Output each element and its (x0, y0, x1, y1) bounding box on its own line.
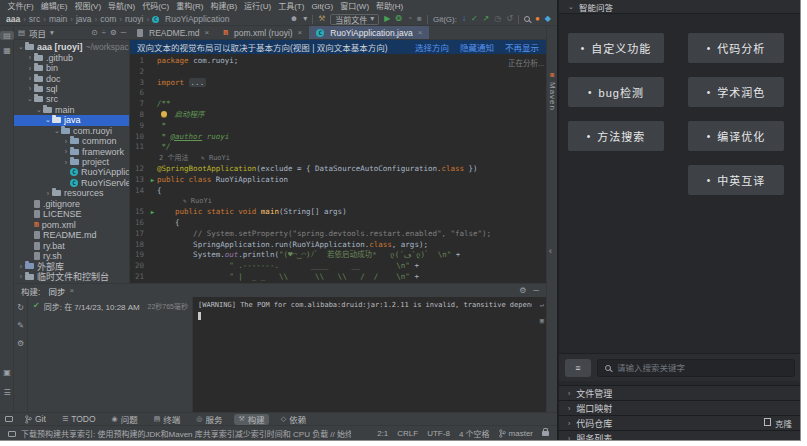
clone-button[interactable]: 克隆 (766, 417, 792, 429)
tree-row[interactable]: ›sql (14, 84, 129, 94)
user-icon[interactable]: ☻ (290, 13, 298, 25)
chevron-down-icon[interactable]: ▾ (303, 13, 307, 25)
tree-row[interactable]: CRuoYiApplication (14, 167, 129, 177)
menu-item[interactable]: 视图(V) (71, 0, 105, 13)
banner-action-dont-show[interactable]: 不再显示 (505, 41, 539, 53)
menu-item[interactable]: 编辑(E) (37, 0, 71, 13)
build-console[interactable]: [WARNING] The POM for com.alibaba:druid:… (192, 297, 546, 412)
menu-item[interactable]: 重构(R) (173, 0, 207, 13)
tree-row[interactable]: ⌄main (14, 105, 129, 115)
editor-tab[interactable]: mpom.xml (ruoyi)× (216, 26, 309, 39)
tree-chevron[interactable]: › (17, 263, 25, 270)
build-tab-sync[interactable]: 同步 × (48, 285, 74, 297)
tree-chevron[interactable]: ⌄ (26, 95, 34, 103)
tree-row[interactable]: mpom.xml (14, 219, 129, 229)
search-box[interactable] (597, 359, 795, 377)
git-rollback-button[interactable]: ↺ (506, 13, 513, 25)
build-project-button[interactable]: ⚒ (318, 13, 325, 25)
close-icon[interactable]: × (298, 28, 303, 37)
breadcrumb-item[interactable]: aaa (6, 14, 20, 24)
tool-window-button-依赖[interactable]: ◇依赖 (277, 414, 310, 425)
banner-action-choose-direction[interactable]: 选择方向 (415, 41, 449, 53)
tree-chevron[interactable]: › (62, 138, 70, 145)
banner-action-hide-notification[interactable]: 隐藏通知 (460, 41, 494, 53)
tree-row[interactable]: LICENSE (14, 209, 129, 219)
editor-tab[interactable]: README.md× (130, 26, 216, 39)
assistant-button[interactable]: •自定义功能 (568, 33, 664, 63)
editor-tab[interactable]: CRuoYiApplication.java× (309, 26, 429, 39)
minimize-icon[interactable]: ─ (533, 286, 539, 295)
tree-row[interactable]: ›common (14, 136, 129, 146)
tree-row[interactable]: ›外部库 (14, 261, 129, 271)
stop-button[interactable]: ■ (417, 13, 422, 25)
tool-window-button-终端[interactable]: ▤终端 (150, 414, 185, 425)
tree-row[interactable]: ⌄com.ruoyi (14, 126, 129, 136)
git-update-button[interactable]: ↓ (462, 13, 466, 25)
file-encoding[interactable]: UTF-8 (427, 429, 450, 438)
tree-row[interactable]: CRuoYiServletInitializer (14, 178, 129, 188)
caret-position[interactable]: 2:1 (377, 429, 388, 438)
section-row[interactable]: ›代码仓库克隆 (559, 415, 801, 430)
section-row[interactable]: ›服务列表 (559, 430, 801, 441)
assistant-button[interactable]: •bug检测 (568, 77, 664, 107)
assistant-button[interactable]: •学术润色 (688, 77, 784, 107)
assistant-button[interactable]: •代码分析 (688, 33, 784, 63)
tree-chevron[interactable]: › (26, 75, 34, 82)
collapse-all-icon[interactable]: ÷ (102, 28, 106, 37)
filter-icon[interactable]: ✎ (17, 321, 24, 330)
run-config-selector[interactable]: 当前文件▾ (330, 14, 379, 25)
indent-style[interactable]: 4 个空格 (459, 428, 490, 439)
status-message[interactable]: 下载预构建共享索引: 使用预构建的JDK和Maven 库共享索引减少索引时间和 … (21, 428, 351, 439)
locate-file-icon[interactable]: ⊙ (92, 28, 98, 37)
tool-window-button-todo[interactable]: ☰TODO (58, 414, 100, 425)
assistant-button[interactable]: •方法搜索 (568, 121, 664, 151)
folder-tool-icon[interactable]: ▦ (0, 46, 14, 55)
tree-row[interactable]: .gitignore (14, 199, 129, 209)
tree-chevron[interactable]: › (62, 148, 70, 155)
menu-item[interactable]: 工具(T) (275, 0, 308, 13)
close-icon[interactable]: × (418, 28, 423, 37)
tree-row[interactable]: README.md (14, 230, 129, 240)
assistant-button[interactable]: •编译优化 (688, 121, 784, 151)
menu-item[interactable]: 构建(B) (207, 0, 241, 13)
tree-row[interactable]: ›framework (14, 146, 129, 156)
git-push-button[interactable]: ↗ (483, 13, 490, 25)
sync-status-text[interactable]: 同步: 在 7/14/23, 10:28 AM (44, 301, 140, 312)
git-commit-button[interactable]: ✓ (471, 13, 478, 25)
menu-item[interactable]: 窗口(W) (337, 0, 373, 13)
tree-row[interactable]: ⌄src (14, 94, 129, 104)
menu-item[interactable]: 文件(F) (4, 0, 37, 13)
tree-chevron[interactable]: › (26, 85, 34, 92)
plugin-notification-icon[interactable]: ● (535, 13, 540, 25)
run-gutter-icon[interactable]: ▶ (148, 175, 157, 186)
assistant-button[interactable]: •中英互译 (688, 165, 784, 195)
layout-icon[interactable] (5, 416, 13, 422)
collapse-panel-icon[interactable]: ‹ (549, 246, 552, 256)
project-tool-icon[interactable]: ▤ (0, 31, 14, 40)
section-row[interactable]: ›文件管理 (559, 385, 801, 400)
tree-row[interactable]: ›临时文件和控制台 (14, 272, 129, 282)
tree-row[interactable]: ⌄aaa [ruoyi]~/workspace/aaa (14, 42, 129, 52)
tree-row[interactable]: ›doc (14, 73, 129, 83)
debug-button[interactable]: ❂ (396, 13, 403, 25)
breadcrumb-item[interactable]: ruoyi (125, 14, 143, 24)
tool-window-button-服务[interactable]: ◎服务 (192, 414, 226, 425)
chevron-down-icon[interactable]: ▾ (50, 28, 54, 37)
tree-row[interactable]: ›.github (14, 52, 129, 62)
menu-item[interactable]: 帮助(H) (373, 0, 407, 13)
tree-chevron[interactable]: ⌄ (44, 116, 52, 124)
maven-tool-button[interactable]: Maven (548, 82, 557, 111)
plugin-flag-icon[interactable]: ◆ (545, 13, 551, 25)
breadcrumb-item[interactable]: java (76, 14, 92, 24)
tool-window-button-问题[interactable]: ◉问题 (108, 414, 142, 425)
inlay-hint[interactable]: 2 个用法 ✎ RuoYi (159, 154, 230, 162)
menu-item[interactable]: 导航(N) (105, 0, 139, 13)
line-separator[interactable]: CRLF (397, 429, 418, 438)
soft-wrap-icon[interactable]: ↵ (540, 300, 544, 311)
close-icon[interactable]: × (69, 286, 74, 295)
structure-tool-icon[interactable]: ☰ (0, 388, 14, 397)
tree-chevron[interactable]: ⌄ (35, 106, 43, 114)
tree-row[interactable]: ›bin (14, 63, 129, 73)
menu-item[interactable]: 运行(U) (241, 0, 275, 13)
assistant-panel-header[interactable]: ⌄ 智能问答 (559, 0, 801, 14)
